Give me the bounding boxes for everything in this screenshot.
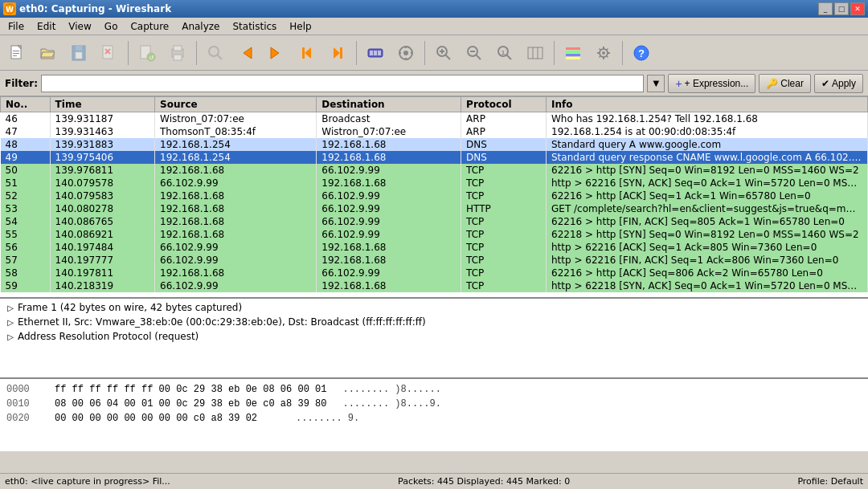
svg-rect-47 (528, 47, 542, 59)
col-time: Time (50, 97, 154, 112)
svg-rect-8 (76, 46, 82, 51)
save-button[interactable] (64, 39, 93, 67)
svg-line-42 (476, 55, 481, 59)
svg-rect-5 (13, 53, 19, 54)
close-button-toolbar[interactable] (95, 39, 124, 67)
status-center: Packets: 445 Displayed: 445 Marked: 0 (398, 476, 570, 487)
menu-item-edit[interactable]: Edit (31, 19, 62, 34)
capture-options-button[interactable] (391, 39, 420, 67)
toolbar: ↺ (0, 35, 868, 71)
maximize-button[interactable]: □ (834, 2, 849, 15)
table-row[interactable]: 48139.931883192.168.1.254192.168.1.68DNS… (1, 138, 868, 151)
table-row[interactable]: 53140.080278192.168.1.6866.102.9.99HTTPG… (1, 202, 868, 215)
goto-first-button[interactable] (293, 39, 321, 67)
hex-bytes: ff ff ff ff ff ff 00 0c 29 38 eb 0e 08 0… (55, 382, 326, 397)
table-row[interactable]: 52140.079583192.168.1.6866.102.9.99TCP62… (1, 189, 868, 202)
detail-row[interactable]: ▷Frame 1 (42 bytes on wire, 42 bytes cap… (2, 300, 866, 315)
hex-ascii: ........ )8....9. (342, 397, 440, 411)
svg-point-55 (602, 51, 605, 55)
table-row[interactable]: 46139.931187Wistron_07:07:eeBroadcastARP… (1, 112, 868, 126)
normal-size-button[interactable]: 1 (490, 39, 519, 67)
menu-item-analyze[interactable]: Analyze (175, 19, 226, 34)
apply-icon: ✔ (821, 78, 829, 89)
toolbar-separator-3 (356, 41, 357, 65)
print-button[interactable] (163, 39, 192, 67)
capture-interfaces-button[interactable] (361, 39, 390, 67)
svg-line-45 (506, 55, 511, 59)
expand-icon[interactable]: ▷ (5, 302, 16, 313)
table-row[interactable]: 59140.21831966.102.9.99192.168.1.68TCPht… (1, 279, 868, 292)
expand-icon[interactable]: ▷ (5, 331, 16, 342)
preferences-button[interactable] (589, 39, 618, 67)
table-row[interactable]: 54140.086765192.168.1.6866.102.9.99TCP62… (1, 215, 868, 228)
find-button[interactable] (201, 39, 230, 67)
table-row[interactable]: 49139.975406192.168.1.254192.168.1.68DNS… (1, 151, 868, 164)
detail-row[interactable]: ▷Ethernet II, Src: Vmware_38:eb:0e (00:0… (2, 315, 866, 329)
goto-last-button[interactable] (323, 39, 352, 67)
svg-rect-51 (566, 51, 580, 53)
menubar: FileEditViewGoCaptureAnalyzeStatisticsHe… (0, 18, 868, 35)
table-row[interactable]: 47139.931463ThomsonT_08:35:4fWistron_07:… (1, 125, 868, 138)
new-capture-button[interactable] (3, 39, 32, 67)
svg-line-62 (607, 48, 608, 50)
svg-rect-17 (174, 46, 182, 51)
hex-bytes: 00 00 00 00 00 00 00 00 c0 a8 39 02 (55, 411, 280, 426)
table-row[interactable]: 50139.976811192.168.1.6866.102.9.99TCP62… (1, 164, 868, 177)
reload-button[interactable]: ↺ (133, 39, 162, 67)
menu-item-view[interactable]: View (62, 19, 97, 34)
packet-details[interactable]: ▷Frame 1 (42 bytes on wire, 42 bytes cap… (0, 299, 868, 379)
hex-offset: 0010 (6, 397, 39, 411)
svg-rect-18 (174, 55, 182, 60)
filter-dropdown[interactable]: ▼ (647, 75, 665, 92)
zoom-out-button[interactable] (460, 39, 489, 67)
titlebar-controls: _ □ ✕ (818, 2, 865, 15)
menu-item-help[interactable]: Help (283, 19, 317, 34)
toolbar-separator-4 (424, 41, 425, 65)
table-row[interactable]: 55140.086921192.168.1.6866.102.9.99TCP62… (1, 228, 868, 241)
svg-text:1: 1 (502, 49, 506, 56)
minimize-button[interactable]: _ (818, 2, 833, 15)
expression-label: + Expression... (685, 78, 749, 89)
expression-button[interactable]: + + Expression... (668, 74, 755, 93)
col-no: No.. (1, 97, 51, 112)
hex-bytes: 08 00 06 04 00 01 00 0c 29 38 eb 0e c0 a… (55, 397, 326, 411)
toolbar-separator-1 (128, 41, 129, 65)
detail-text: Ethernet II, Src: Vmware_38:eb:0e (00:0c… (18, 316, 426, 328)
svg-text:?: ? (638, 47, 645, 59)
menu-item-capture[interactable]: Capture (124, 19, 175, 34)
menu-item-statistics[interactable]: Statistics (226, 19, 283, 34)
svg-rect-52 (566, 54, 580, 56)
hex-offset: 0020 (6, 411, 39, 426)
detail-text: Frame 1 (42 bytes on wire, 42 bytes capt… (18, 302, 242, 313)
table-row[interactable]: 51140.07957866.102.9.99192.168.1.68TCPht… (1, 177, 868, 189)
open-button[interactable] (34, 39, 63, 67)
toolbar-separator-5 (554, 41, 555, 65)
packet-list: No.. Time Source Destination Protocol In… (0, 96, 868, 299)
clear-icon: 🔑 (766, 78, 778, 89)
titlebar: W eth0: Capturing - Wireshark _ □ ✕ (0, 0, 868, 18)
expand-icon[interactable]: ▷ (5, 316, 16, 328)
statusbar: eth0: <live capture in progress> Fil... … (0, 473, 868, 489)
apply-button[interactable]: ✔ Apply (814, 74, 863, 93)
filter-input[interactable] (41, 75, 644, 92)
back-button[interactable] (231, 39, 260, 67)
clear-button[interactable]: 🔑 Clear (759, 74, 811, 93)
svg-line-63 (600, 55, 601, 57)
hex-row: 0000ff ff ff ff ff ff 00 0c 29 38 eb 0e … (6, 382, 862, 397)
help-button[interactable]: ? (627, 39, 656, 67)
packet-list-scroll[interactable]: No.. Time Source Destination Protocol In… (0, 96, 868, 297)
packet-table: No.. Time Source Destination Protocol In… (0, 96, 868, 292)
colorize-button[interactable] (559, 39, 588, 67)
resize-columns-button[interactable] (521, 39, 550, 67)
svg-rect-26 (340, 47, 342, 59)
forward-button[interactable] (262, 39, 291, 67)
menu-item-file[interactable]: File (2, 19, 31, 34)
menu-item-go[interactable]: Go (98, 19, 125, 34)
table-row[interactable]: 58140.197811192.168.1.6866.102.9.99TCP62… (1, 267, 868, 279)
table-row[interactable]: 57140.19777766.102.9.99192.168.1.68TCPht… (1, 254, 868, 267)
zoom-in-button[interactable] (429, 39, 458, 67)
detail-row[interactable]: ▷Address Resolution Protocol (request) (2, 329, 866, 344)
close-button[interactable]: ✕ (850, 2, 865, 15)
table-row[interactable]: 56140.19748466.102.9.99192.168.1.68TCPht… (1, 241, 868, 254)
svg-marker-22 (271, 47, 279, 59)
